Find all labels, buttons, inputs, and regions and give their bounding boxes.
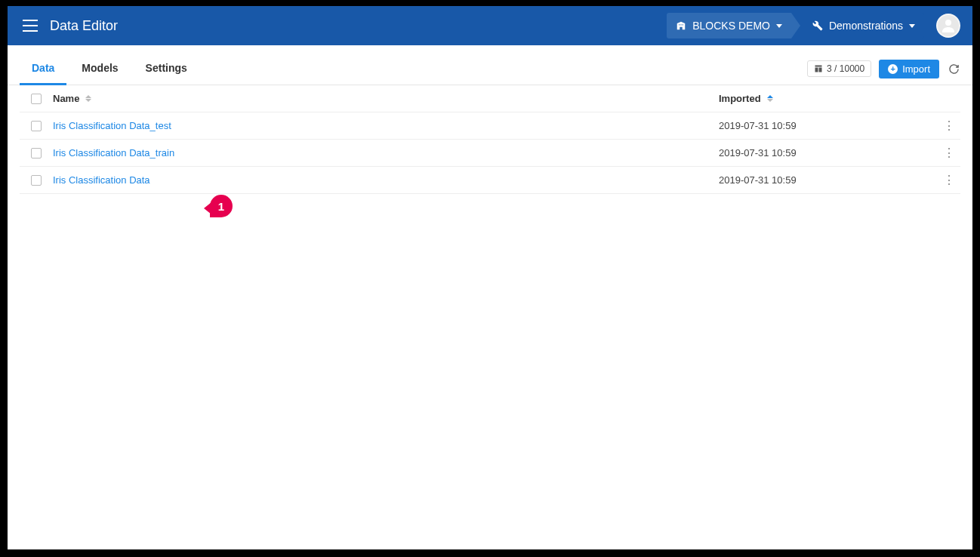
sort-icon — [85, 95, 91, 102]
plus-circle-icon: + — [888, 64, 898, 74]
column-name-label: Name — [53, 93, 79, 104]
breadcrumb-separator — [791, 13, 800, 38]
column-header-name[interactable]: Name — [53, 93, 719, 104]
org-icon — [676, 20, 686, 31]
imported-date: 2019-07-31 10:59 — [719, 120, 797, 131]
svg-rect-1 — [23, 25, 38, 26]
tab-models[interactable]: Models — [69, 53, 130, 85]
row-menu-button[interactable]: ⋮ — [943, 174, 955, 186]
chevron-down-icon — [776, 24, 782, 28]
imported-date: 2019-07-31 10:59 — [719, 174, 797, 186]
refresh-button[interactable] — [947, 62, 960, 75]
tabs: Data Models Settings — [20, 53, 199, 85]
row-menu-button[interactable]: ⋮ — [943, 147, 955, 159]
tab-settings[interactable]: Settings — [134, 53, 199, 85]
column-imported-label: Imported — [719, 93, 761, 104]
callout-badge-1: 1 — [210, 195, 233, 217]
table-header-row: Name Imported — [20, 85, 960, 112]
page-title: Data Editor — [50, 18, 118, 34]
svg-rect-2 — [23, 30, 38, 32]
dataset-link[interactable]: Iris Classification Data — [53, 174, 150, 186]
dataset-link[interactable]: Iris Classification Data_test — [53, 120, 171, 131]
tab-data[interactable]: Data — [20, 53, 66, 85]
refresh-icon — [948, 63, 960, 75]
breadcrumb-org[interactable]: BLOCKS DEMO — [667, 13, 791, 38]
breadcrumb-org-label: BLOCKS DEMO — [692, 20, 770, 32]
row-counter-value: 3 / 10000 — [827, 63, 864, 74]
user-icon — [939, 17, 957, 35]
menu-icon — [23, 20, 38, 32]
table-icon — [814, 64, 823, 73]
chevron-down-icon — [909, 24, 915, 28]
app-header: Data Editor BLOCKS DEMO Demonstrations — [8, 6, 972, 45]
callout-label: 1 — [218, 200, 224, 213]
breadcrumb-project[interactable]: Demonstrations — [797, 13, 924, 38]
breadcrumb: BLOCKS DEMO Demonstrations — [667, 13, 924, 38]
row-menu-button[interactable]: ⋮ — [943, 120, 955, 132]
svg-point-3 — [945, 20, 951, 26]
wrench-icon — [812, 20, 823, 31]
hamburger-menu-button[interactable] — [20, 15, 41, 36]
data-table: Name Imported Iris Classification Data_t… — [8, 85, 972, 194]
breadcrumb-project-label: Demonstrations — [829, 20, 903, 32]
tabs-row: Data Models Settings 3 / 10000 + Import — [8, 53, 972, 85]
row-checkbox[interactable] — [31, 148, 42, 158]
row-checkbox[interactable] — [31, 121, 42, 131]
user-avatar[interactable] — [936, 14, 960, 38]
toolbar-right: 3 / 10000 + Import — [807, 60, 960, 78]
select-all-checkbox[interactable] — [31, 94, 42, 104]
imported-date: 2019-07-31 10:59 — [719, 147, 797, 158]
content-area: 1 Data Models Settings 3 / 10000 + Impor… — [8, 45, 972, 549]
import-label: Import — [902, 63, 930, 75]
sort-icon — [767, 95, 773, 102]
svg-rect-0 — [23, 20, 38, 21]
column-header-imported[interactable]: Imported — [719, 93, 938, 104]
import-button[interactable]: + Import — [879, 60, 939, 78]
table-row: Iris Classification Data 2019-07-31 10:5… — [20, 167, 960, 194]
row-checkbox[interactable] — [31, 175, 42, 186]
table-row: Iris Classification Data_test 2019-07-31… — [20, 112, 960, 140]
table-row: Iris Classification Data_train 2019-07-3… — [20, 140, 960, 167]
row-counter: 3 / 10000 — [807, 60, 871, 77]
dataset-link[interactable]: Iris Classification Data_train — [53, 147, 174, 158]
